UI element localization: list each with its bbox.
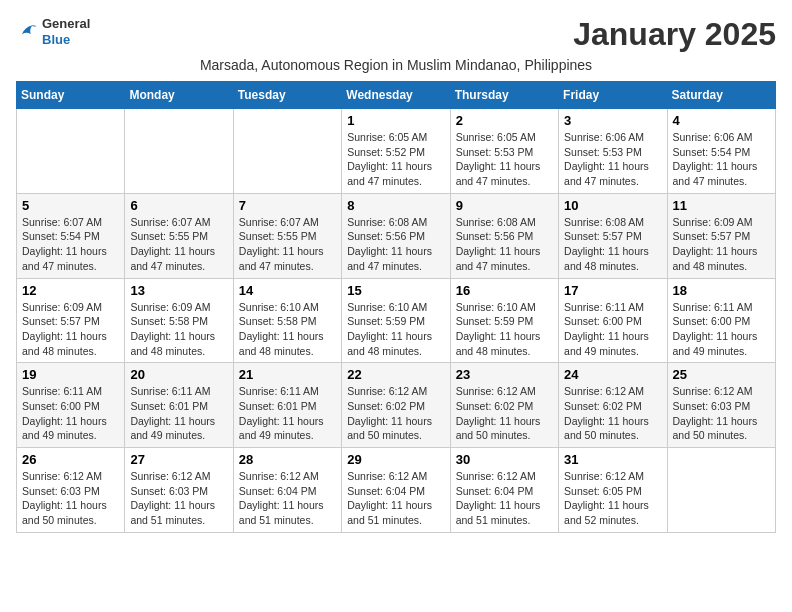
calendar-cell: 31Sunrise: 6:12 AMSunset: 6:05 PMDayligh… [559,448,667,533]
calendar-cell: 25Sunrise: 6:12 AMSunset: 6:03 PMDayligh… [667,363,775,448]
day-number: 4 [673,113,770,128]
day-info: Sunrise: 6:12 AMSunset: 6:04 PMDaylight:… [347,469,444,528]
day-number: 14 [239,283,336,298]
calendar-cell: 30Sunrise: 6:12 AMSunset: 6:04 PMDayligh… [450,448,558,533]
calendar-cell [125,109,233,194]
calendar-header-row: SundayMondayTuesdayWednesdayThursdayFrid… [17,82,776,109]
logo-text: General Blue [42,16,90,47]
day-number: 25 [673,367,770,382]
day-number: 30 [456,452,553,467]
calendar-cell: 3Sunrise: 6:06 AMSunset: 5:53 PMDaylight… [559,109,667,194]
day-number: 26 [22,452,119,467]
day-number: 3 [564,113,661,128]
calendar-cell: 1Sunrise: 6:05 AMSunset: 5:52 PMDaylight… [342,109,450,194]
header: General Blue January 2025 [16,16,776,53]
day-number: 18 [673,283,770,298]
day-number: 9 [456,198,553,213]
calendar-week-row: 5Sunrise: 6:07 AMSunset: 5:54 PMDaylight… [17,193,776,278]
calendar-cell: 11Sunrise: 6:09 AMSunset: 5:57 PMDayligh… [667,193,775,278]
day-info: Sunrise: 6:12 AMSunset: 6:03 PMDaylight:… [130,469,227,528]
weekday-header: Wednesday [342,82,450,109]
month-title: January 2025 [573,16,776,53]
weekday-header: Sunday [17,82,125,109]
day-number: 24 [564,367,661,382]
calendar-cell: 5Sunrise: 6:07 AMSunset: 5:54 PMDaylight… [17,193,125,278]
day-info: Sunrise: 6:12 AMSunset: 6:05 PMDaylight:… [564,469,661,528]
day-info: Sunrise: 6:11 AMSunset: 6:00 PMDaylight:… [564,300,661,359]
weekday-header: Saturday [667,82,775,109]
calendar-cell: 27Sunrise: 6:12 AMSunset: 6:03 PMDayligh… [125,448,233,533]
day-info: Sunrise: 6:10 AMSunset: 5:59 PMDaylight:… [347,300,444,359]
calendar-cell: 19Sunrise: 6:11 AMSunset: 6:00 PMDayligh… [17,363,125,448]
calendar-week-row: 26Sunrise: 6:12 AMSunset: 6:03 PMDayligh… [17,448,776,533]
day-info: Sunrise: 6:08 AMSunset: 5:57 PMDaylight:… [564,215,661,274]
day-number: 27 [130,452,227,467]
day-info: Sunrise: 6:12 AMSunset: 6:02 PMDaylight:… [347,384,444,443]
day-number: 19 [22,367,119,382]
day-info: Sunrise: 6:11 AMSunset: 6:01 PMDaylight:… [239,384,336,443]
calendar-cell: 15Sunrise: 6:10 AMSunset: 5:59 PMDayligh… [342,278,450,363]
calendar-cell [233,109,341,194]
day-info: Sunrise: 6:07 AMSunset: 5:54 PMDaylight:… [22,215,119,274]
calendar-cell: 26Sunrise: 6:12 AMSunset: 6:03 PMDayligh… [17,448,125,533]
calendar-cell: 7Sunrise: 6:07 AMSunset: 5:55 PMDaylight… [233,193,341,278]
day-info: Sunrise: 6:12 AMSunset: 6:03 PMDaylight:… [673,384,770,443]
day-number: 21 [239,367,336,382]
weekday-header: Friday [559,82,667,109]
weekday-header: Monday [125,82,233,109]
day-number: 2 [456,113,553,128]
day-info: Sunrise: 6:09 AMSunset: 5:58 PMDaylight:… [130,300,227,359]
day-number: 12 [22,283,119,298]
day-info: Sunrise: 6:12 AMSunset: 6:03 PMDaylight:… [22,469,119,528]
day-info: Sunrise: 6:12 AMSunset: 6:04 PMDaylight:… [456,469,553,528]
day-info: Sunrise: 6:06 AMSunset: 5:53 PMDaylight:… [564,130,661,189]
day-number: 29 [347,452,444,467]
day-number: 10 [564,198,661,213]
calendar-cell: 23Sunrise: 6:12 AMSunset: 6:02 PMDayligh… [450,363,558,448]
day-number: 1 [347,113,444,128]
day-number: 28 [239,452,336,467]
day-number: 13 [130,283,227,298]
calendar-cell: 28Sunrise: 6:12 AMSunset: 6:04 PMDayligh… [233,448,341,533]
day-info: Sunrise: 6:05 AMSunset: 5:53 PMDaylight:… [456,130,553,189]
calendar-week-row: 1Sunrise: 6:05 AMSunset: 5:52 PMDaylight… [17,109,776,194]
day-number: 7 [239,198,336,213]
day-info: Sunrise: 6:09 AMSunset: 5:57 PMDaylight:… [673,215,770,274]
calendar-cell: 21Sunrise: 6:11 AMSunset: 6:01 PMDayligh… [233,363,341,448]
logo-icon [16,21,38,43]
subtitle: Marsada, Autonomous Region in Muslim Min… [16,57,776,73]
calendar-cell: 2Sunrise: 6:05 AMSunset: 5:53 PMDaylight… [450,109,558,194]
day-info: Sunrise: 6:08 AMSunset: 5:56 PMDaylight:… [347,215,444,274]
calendar-cell: 18Sunrise: 6:11 AMSunset: 6:00 PMDayligh… [667,278,775,363]
calendar-cell: 29Sunrise: 6:12 AMSunset: 6:04 PMDayligh… [342,448,450,533]
day-info: Sunrise: 6:08 AMSunset: 5:56 PMDaylight:… [456,215,553,274]
day-info: Sunrise: 6:07 AMSunset: 5:55 PMDaylight:… [130,215,227,274]
day-info: Sunrise: 6:09 AMSunset: 5:57 PMDaylight:… [22,300,119,359]
day-number: 20 [130,367,227,382]
calendar-cell: 9Sunrise: 6:08 AMSunset: 5:56 PMDaylight… [450,193,558,278]
calendar-cell: 22Sunrise: 6:12 AMSunset: 6:02 PMDayligh… [342,363,450,448]
logo: General Blue [16,16,90,47]
day-info: Sunrise: 6:12 AMSunset: 6:04 PMDaylight:… [239,469,336,528]
day-number: 17 [564,283,661,298]
calendar-cell [667,448,775,533]
calendar-cell: 20Sunrise: 6:11 AMSunset: 6:01 PMDayligh… [125,363,233,448]
calendar-cell: 6Sunrise: 6:07 AMSunset: 5:55 PMDaylight… [125,193,233,278]
calendar-cell: 10Sunrise: 6:08 AMSunset: 5:57 PMDayligh… [559,193,667,278]
calendar-cell: 24Sunrise: 6:12 AMSunset: 6:02 PMDayligh… [559,363,667,448]
calendar-cell: 16Sunrise: 6:10 AMSunset: 5:59 PMDayligh… [450,278,558,363]
day-number: 22 [347,367,444,382]
day-info: Sunrise: 6:11 AMSunset: 6:01 PMDaylight:… [130,384,227,443]
day-info: Sunrise: 6:12 AMSunset: 6:02 PMDaylight:… [564,384,661,443]
day-number: 31 [564,452,661,467]
weekday-header: Tuesday [233,82,341,109]
day-info: Sunrise: 6:11 AMSunset: 6:00 PMDaylight:… [673,300,770,359]
day-number: 6 [130,198,227,213]
day-number: 16 [456,283,553,298]
calendar-cell: 12Sunrise: 6:09 AMSunset: 5:57 PMDayligh… [17,278,125,363]
logo-general: General [42,16,90,32]
day-number: 8 [347,198,444,213]
day-info: Sunrise: 6:12 AMSunset: 6:02 PMDaylight:… [456,384,553,443]
calendar-cell: 8Sunrise: 6:08 AMSunset: 5:56 PMDaylight… [342,193,450,278]
day-number: 15 [347,283,444,298]
